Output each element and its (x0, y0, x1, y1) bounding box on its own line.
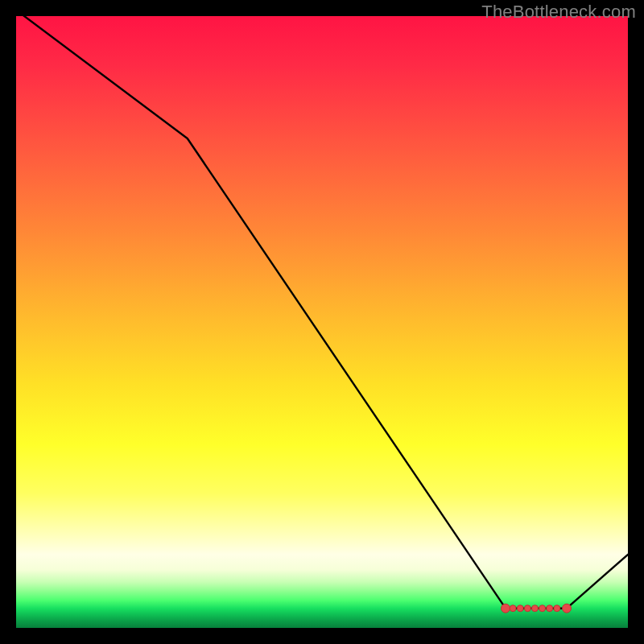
optimum-marker (524, 605, 530, 612)
optimum-marker (510, 605, 516, 612)
optimum-marker (563, 604, 572, 613)
plot-area (16, 16, 628, 628)
optimum-marker (539, 605, 546, 612)
chart-stage: TheBottleneck.com (0, 0, 644, 644)
optimum-marker (531, 605, 538, 612)
optimum-marker (554, 605, 560, 612)
optimum-marker (547, 605, 553, 612)
optimum-marker (502, 604, 510, 613)
optimum-marker (517, 605, 523, 612)
bottleneck-curve-line (16, 16, 628, 609)
watermark-text: TheBottleneck.com (481, 2, 636, 23)
chart-svg (16, 16, 628, 628)
